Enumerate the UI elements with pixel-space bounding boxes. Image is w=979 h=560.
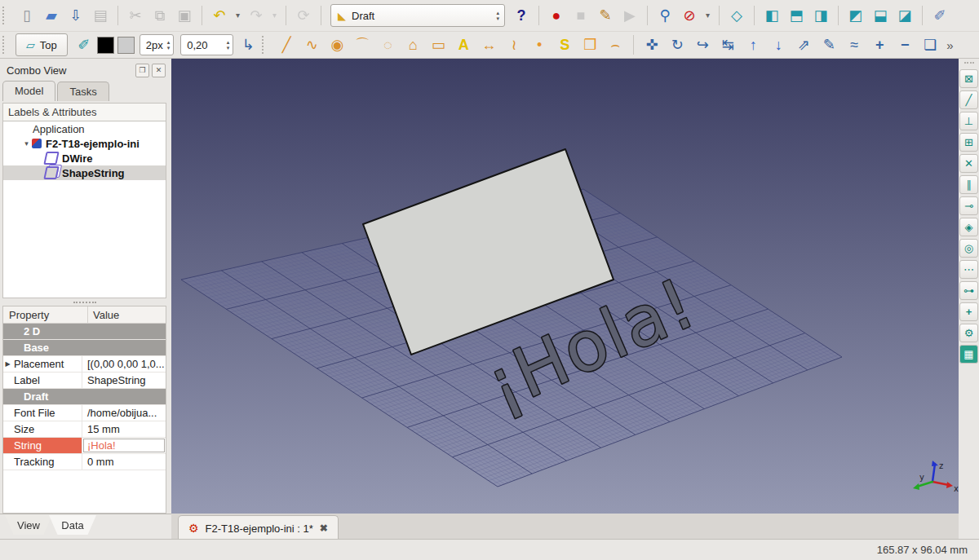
draft-offset-button[interactable]: ↪ <box>691 33 714 56</box>
draft-facebinder-button[interactable]: ❒ <box>578 33 601 56</box>
property-row[interactable]: Base <box>3 340 166 356</box>
draft-construction-mode-toggle[interactable]: ✐ <box>73 33 95 56</box>
draft-shape2dview-button[interactable]: ❏ <box>919 33 941 56</box>
snap-endpoint-button[interactable]: ╱ <box>959 90 978 109</box>
undo-button[interactable]: ↶ <box>208 4 231 27</box>
undo-dropdown[interactable]: ▾ <box>233 4 243 27</box>
draft-rotate-button[interactable]: ↻ <box>666 33 689 56</box>
fit-all-button[interactable]: ⚲ <box>653 4 676 27</box>
draft-scale-button[interactable]: ⇗ <box>792 33 815 56</box>
open-document-button[interactable]: ▰ <box>40 4 63 27</box>
line-width-spinbox[interactable]: 2px ▴▾ <box>140 34 174 55</box>
property-row[interactable]: Size 15 mm <box>3 421 166 438</box>
copy-button[interactable]: ⧉ <box>148 4 171 27</box>
snap-special-button[interactable]: ◈ <box>959 218 978 236</box>
draft-bspline-button[interactable]: ≀ <box>503 33 525 56</box>
snap-parallel-button[interactable]: ∥ <box>959 175 978 194</box>
workbench-spin-arrows[interactable]: ▴▾ <box>496 10 499 21</box>
measure-distance-button[interactable]: ✐ <box>928 4 951 27</box>
tree-item[interactable]: DWire <box>3 151 166 165</box>
tree-item[interactable]: ShapeString <box>3 165 166 180</box>
property-column-header[interactable]: Property <box>3 306 88 323</box>
front-view-button[interactable]: ◧ <box>760 4 783 27</box>
property-row[interactable]: ▶Placement [(0,00 0,00 1,0... <box>3 356 166 373</box>
redo-button[interactable]: ↷ <box>245 4 268 27</box>
draft-bezier-button[interactable]: ⌢ <box>604 33 627 56</box>
draft-upgrade-button[interactable]: ↑ <box>742 33 764 56</box>
draft-move-button[interactable]: ✜ <box>640 33 663 56</box>
snap-dimensions-button[interactable]: ⋯ <box>959 260 978 279</box>
toolbar-grip[interactable] <box>2 7 11 24</box>
tree-item[interactable]: Application <box>3 121 166 136</box>
draft-shapestring-button[interactable]: S <box>553 33 576 56</box>
print-button[interactable]: ▤ <box>89 4 112 27</box>
whats-this-button[interactable]: ? <box>510 4 533 27</box>
toolbar-grip[interactable] <box>964 62 974 64</box>
draft-wire-to-bspline-button[interactable]: ≈ <box>843 33 866 56</box>
snap-center-button[interactable]: ◎ <box>959 239 978 258</box>
draft-del-point-button[interactable]: − <box>893 33 916 56</box>
draft-wire-button[interactable]: ∿ <box>300 33 323 56</box>
draft-ellipse-button[interactable]: ◌ <box>376 33 399 56</box>
value-column-header[interactable]: Value <box>88 306 166 323</box>
draft-trimex-button[interactable]: ↹ <box>716 33 739 56</box>
left-view-button[interactable]: ◪ <box>893 4 916 27</box>
draft-dimension-button[interactable]: ↔ <box>477 33 500 56</box>
toolbar-grip[interactable] <box>262 36 270 54</box>
draft-polygon-button[interactable]: ⌂ <box>401 33 424 56</box>
draft-working-plane-button[interactable]: ▱ Top <box>16 33 68 56</box>
redo-dropdown[interactable]: ▾ <box>269 4 280 27</box>
right-view-button[interactable]: ◨ <box>809 4 832 27</box>
draft-arc-button[interactable]: ⌒ <box>351 33 374 56</box>
property-row[interactable]: Draft <box>3 389 166 405</box>
panel-close-button[interactable]: ✕ <box>152 64 166 77</box>
draft-rectangle-button[interactable]: ▭ <box>427 33 450 56</box>
new-document-button[interactable]: ▯ <box>16 4 38 27</box>
bottom-view-button[interactable]: ⬓ <box>869 4 892 27</box>
draft-line-button[interactable]: ╱ <box>275 33 298 56</box>
snap-lock-button[interactable]: ⊠ <box>959 69 978 88</box>
toolbar-grip[interactable] <box>2 36 11 54</box>
macro-edit-button[interactable]: ✎ <box>594 4 617 27</box>
snap-ortho-button[interactable]: + <box>959 302 978 321</box>
document-tab[interactable]: ⚙ F2-T18-ejemplo-ini : 1* ✖ <box>178 515 339 540</box>
snap-working-plane-button[interactable]: ⚙ <box>959 324 978 342</box>
save-button[interactable]: ⇩ <box>64 4 87 27</box>
3d-viewport[interactable]: ¡Hola! z x y <box>171 59 959 514</box>
macro-play-button[interactable]: ▶ <box>618 4 641 27</box>
tree-item[interactable]: ▾ F2-T18-ejemplo-ini <box>3 136 166 151</box>
cut-button[interactable]: ✂ <box>124 4 147 27</box>
expander-icon[interactable]: ▶ <box>3 360 12 368</box>
draft-autogroup-button[interactable]: ↳ <box>237 33 259 56</box>
draft-point-button[interactable]: • <box>528 33 551 56</box>
axonometric-view-button[interactable]: ◇ <box>725 4 748 27</box>
draw-style-dropdown[interactable]: ▾ <box>702 4 713 27</box>
snap-perpendicular-button[interactable]: ⊥ <box>959 112 978 130</box>
draft-edit-button[interactable]: ✎ <box>817 33 840 56</box>
refresh-button[interactable]: ⟳ <box>292 4 315 27</box>
scale-spinbox[interactable]: 0,20 ▴▾ <box>180 34 233 55</box>
draft-circle-button[interactable]: ◉ <box>326 33 348 56</box>
snap-extension-button[interactable]: ⊸ <box>959 196 978 215</box>
draw-style-button[interactable]: ⊘ <box>678 4 701 27</box>
panel-splitter[interactable] <box>0 298 169 306</box>
property-row[interactable]: Font File /home/obijua... <box>3 405 166 421</box>
snap-grid-button[interactable]: ⊞ <box>959 133 978 152</box>
toolbar-overflow-button[interactable]: » <box>946 38 953 52</box>
top-view-button[interactable]: ⬒ <box>785 4 808 27</box>
property-row[interactable]: String ¡Hola! <box>3 438 166 454</box>
property-row[interactable]: Tracking 0 mm <box>3 454 166 470</box>
panel-float-button[interactable]: ❐ <box>135 64 149 77</box>
toggle-grid-button[interactable]: ▦ <box>959 345 978 364</box>
macro-stop-button[interactable]: ■ <box>569 4 592 27</box>
rear-view-button[interactable]: ◩ <box>844 4 867 27</box>
paste-button[interactable]: ▣ <box>173 4 196 27</box>
workbench-selector[interactable]: ◣ Draft ▴▾ <box>330 4 505 27</box>
macro-record-button[interactable]: ● <box>545 4 568 27</box>
line-color-swatch[interactable] <box>97 37 114 54</box>
draft-downgrade-button[interactable]: ↓ <box>767 33 790 56</box>
snap-near-button[interactable]: ⊶ <box>959 281 978 300</box>
face-color-swatch[interactable] <box>117 37 135 54</box>
snap-intersection-button[interactable]: ✕ <box>959 154 978 173</box>
property-row[interactable]: Label ShapeString <box>3 373 166 389</box>
